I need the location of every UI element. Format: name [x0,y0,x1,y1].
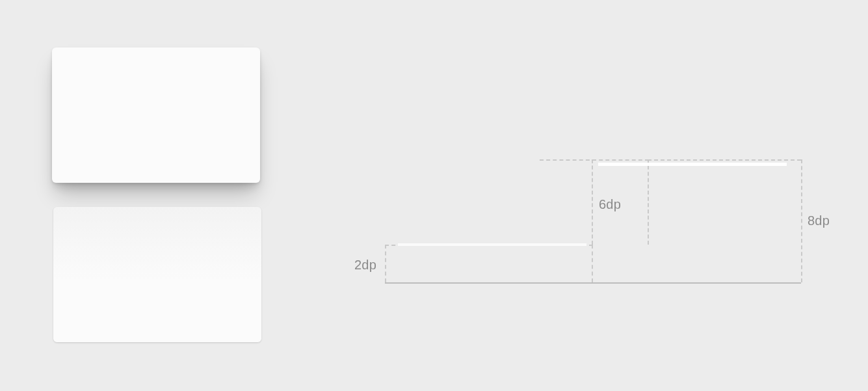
tier-6dp-label: 6dp [599,197,621,212]
tier-6dp-outline-right [648,159,649,245]
elevation-spec-diagram: 2dp 6dp 8dp [0,0,868,391]
tier-8dp-outline-right [801,159,802,282]
tier-6dp-outline-top [540,159,649,161]
tier-2dp-label: 2dp [354,258,376,273]
dp-step-diagram: 2dp 6dp 8dp [354,159,835,290]
surface-low-elevation [53,207,261,342]
tier-2dp-outline-right [592,245,593,282]
baseline-floor [385,282,801,284]
tier-8dp-surface [598,163,787,166]
tier-6dp-outline-left [592,159,593,245]
tier-8dp-label: 8dp [808,213,830,228]
surface-high-elevation [52,47,260,183]
tier-2dp-surface [398,243,586,246]
tier-2dp-outline-left [385,245,386,282]
tier-8dp-outline-top [648,159,801,161]
